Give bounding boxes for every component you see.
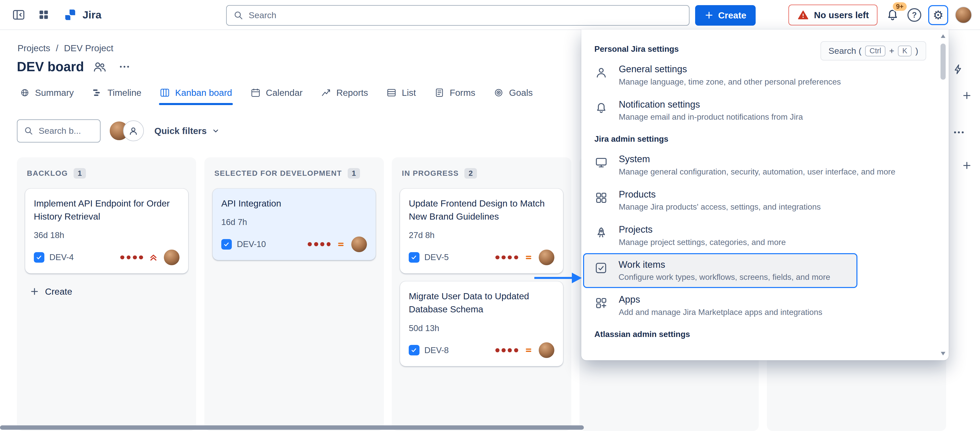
breadcrumb: Projects / DEV Project	[18, 43, 113, 53]
app-switcher-icon	[37, 8, 50, 21]
menu-item-apps[interactable]: Apps Add and manage Jira Marketplace app…	[581, 288, 949, 323]
task-type-icon	[409, 252, 419, 263]
menu-item-general-settings[interactable]: General settings Manage language, time z…	[581, 58, 949, 93]
menu-item-title: Products	[619, 189, 919, 200]
board-search-input[interactable]	[39, 126, 89, 136]
scroll-up-icon[interactable]	[941, 34, 945, 38]
bell-icon	[594, 101, 608, 115]
add-view-button[interactable]	[959, 87, 975, 103]
assignee-avatar	[539, 342, 554, 358]
board-column-selected-for-development: SELECTED FOR DEVELOPMENT 1 API Integrati…	[204, 157, 384, 431]
board-filter-bar: Quick filters	[17, 119, 221, 143]
add-column-button[interactable]	[959, 157, 975, 173]
grid-icon	[594, 191, 608, 205]
app-switcher-button[interactable]	[33, 4, 54, 25]
help-button[interactable]: ?	[907, 8, 921, 22]
menu-item-description: Manage email and in-product notification…	[619, 112, 919, 122]
apps-icon	[594, 296, 608, 310]
task-type-icon	[34, 252, 45, 263]
tab-calendar[interactable]: Calendar	[250, 86, 303, 105]
forms-icon	[434, 87, 445, 98]
board-more-button[interactable]	[115, 57, 134, 76]
top-navbar: Jira Create No users left 9+ ? ⚙	[0, 0, 980, 30]
assignee-avatar	[164, 250, 180, 265]
person-icon	[128, 125, 139, 136]
quick-filters-button[interactable]: Quick filters	[154, 126, 221, 136]
assignee-avatar	[351, 236, 367, 252]
column-name: IN PROGRESS	[402, 169, 459, 177]
card-footer: DEV-8	[409, 342, 554, 358]
lightning-icon	[952, 63, 964, 76]
settings-search-shortcut[interactable]: Search ( Ctrl + K )	[821, 41, 926, 61]
profile-avatar[interactable]	[955, 7, 972, 24]
tab-goals[interactable]: Goals	[493, 86, 533, 105]
column-header: BACKLOG 1	[17, 157, 196, 187]
menu-item-description: Manage Jira products' access, settings, …	[619, 202, 919, 212]
menu-item-title: Projects	[619, 224, 919, 235]
plus-icon	[30, 287, 40, 296]
goals-icon	[493, 87, 504, 98]
gear-icon: ⚙	[933, 8, 943, 22]
sidebar-toggle-button[interactable]	[8, 4, 30, 25]
column-count-badge: 1	[348, 168, 360, 179]
menu-item-title: General settings	[619, 64, 919, 74]
card-dev-8[interactable]: Migrate User Data to Updated Database Sc…	[400, 281, 563, 366]
board-options-button[interactable]	[950, 123, 968, 142]
card-estimate: 36d 18h	[34, 230, 180, 240]
board-members-button[interactable]	[90, 57, 109, 76]
menu-item-products[interactable]: Products Manage Jira products' access, s…	[581, 183, 949, 218]
menu-item-description: Manage project settings, categories, and…	[619, 238, 919, 247]
card-dev-5[interactable]: Update Frontend Design to Match New Bran…	[400, 189, 563, 273]
global-search-input[interactable]	[249, 10, 683, 20]
more-horizontal-icon	[952, 126, 966, 139]
tab-forms[interactable]: Forms	[433, 86, 476, 105]
menu-item-projects[interactable]: Projects Manage project settings, catego…	[581, 218, 949, 254]
tab-summary[interactable]: Summary	[19, 86, 74, 105]
globe-icon	[19, 87, 30, 98]
story-dots	[495, 255, 518, 260]
warning-icon	[797, 9, 809, 21]
priority-medium-icon	[524, 345, 533, 355]
column-header: SELECTED FOR DEVELOPMENT 1	[204, 157, 384, 187]
menu-item-notification-settings[interactable]: Notification settings Manage email and i…	[581, 93, 949, 128]
board-search[interactable]	[17, 119, 101, 143]
plus-icon	[961, 90, 972, 101]
annotation-arrow	[533, 270, 584, 286]
create-button[interactable]: Create	[695, 5, 756, 25]
tab-kanban-board[interactable]: Kanban board	[159, 86, 233, 105]
no-users-left-button[interactable]: No users left	[789, 5, 877, 25]
card-title: API Integration	[221, 197, 367, 210]
menu-scrollbar[interactable]	[940, 31, 947, 358]
board-column-backlog: BACKLOG 1 Implement API Endpoint for Ord…	[17, 157, 196, 431]
horizontal-scrollbar[interactable]	[0, 425, 584, 430]
column-count-badge: 1	[73, 168, 86, 179]
global-search[interactable]	[226, 5, 689, 25]
tab-reports[interactable]: Reports	[320, 86, 369, 105]
tab-list[interactable]: List	[386, 86, 417, 105]
chevron-down-icon	[211, 126, 221, 136]
scrollbar-thumb[interactable]	[940, 44, 946, 80]
card-estimate: 16d 7h	[221, 217, 367, 227]
column-create-button[interactable]: Create	[25, 281, 77, 302]
card-title: Migrate User Data to Updated Database Sc…	[409, 290, 554, 316]
page-title: DEV board	[17, 59, 84, 74]
menu-item-description: Add and manage Jira Marketplace apps and…	[619, 307, 919, 317]
card-dev-10[interactable]: API Integration 16d 7h DEV-10	[213, 189, 375, 260]
notifications-badge: 9+	[892, 1, 908, 12]
tab-timeline[interactable]: Timeline	[91, 86, 142, 105]
menu-item-work-items[interactable]: Work items Configure work types, workflo…	[583, 253, 858, 288]
breadcrumb-projects-link[interactable]: Projects	[18, 43, 50, 53]
jira-home-link[interactable]: Jira	[63, 8, 101, 22]
no-users-left-label: No users left	[814, 10, 869, 20]
people-icon	[92, 60, 107, 74]
notifications: 9+	[885, 7, 900, 23]
unassigned-avatar-filter[interactable]	[123, 120, 143, 141]
card-dev-4[interactable]: Implement API Endpoint for Order History…	[25, 189, 188, 273]
automation-button[interactable]	[950, 60, 967, 78]
menu-item-description: Configure work types, workflows, screens…	[619, 273, 830, 282]
scroll-down-icon[interactable]	[941, 352, 945, 355]
settings-button[interactable]: ⚙	[928, 5, 948, 25]
column-header: IN PROGRESS 2	[392, 157, 571, 187]
menu-item-system[interactable]: System Manage general configuration, sec…	[581, 147, 949, 183]
breadcrumb-project-link[interactable]: DEV Project	[64, 43, 113, 53]
